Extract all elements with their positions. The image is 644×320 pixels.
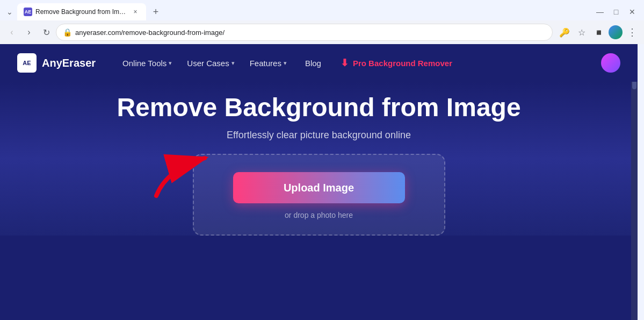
chevron-down-icon: ▾ bbox=[284, 60, 287, 67]
browser-controls: ‹ › ↻ 🔒 anyeraser.com/remove-background-… bbox=[0, 20, 644, 44]
user-avatar[interactable] bbox=[601, 53, 620, 73]
arrow-svg bbox=[151, 147, 215, 201]
logo-icon: AE bbox=[17, 53, 37, 73]
nav-pro-link[interactable]: ⬇ Pro Background Remover bbox=[334, 54, 459, 72]
hero-subtitle: Effortlessly clear picture background on… bbox=[227, 130, 411, 141]
tab-bar: ⌄ AE Remove Background from Ima… × + — □… bbox=[0, 0, 644, 20]
chevron-down-icon: ▾ bbox=[169, 60, 172, 67]
upload-box: Upload Image or drop a photo here bbox=[193, 154, 445, 236]
forward-button[interactable]: › bbox=[21, 25, 37, 40]
profile-avatar[interactable] bbox=[609, 25, 623, 39]
refresh-button[interactable]: ↻ bbox=[39, 25, 54, 40]
tab-list-button[interactable]: ⌄ bbox=[4, 6, 15, 17]
scrollbar-track bbox=[631, 44, 638, 320]
browser-actions: 🔑 ☆ ◾ ⋮ bbox=[557, 25, 640, 40]
minimize-button[interactable]: — bbox=[592, 4, 607, 19]
address-bar[interactable]: 🔒 anyeraser.com/remove-background-from-i… bbox=[56, 24, 553, 41]
tab-title: Remove Background from Ima… bbox=[35, 8, 128, 16]
arrow-indicator bbox=[151, 147, 215, 203]
browser-chrome: ⌄ AE Remove Background from Ima… × + — □… bbox=[0, 0, 644, 44]
site-nav: AE AnyEraser Online Tools ▾ User Cases ▾… bbox=[0, 44, 638, 82]
nav-links: Online Tools ▾ User Cases ▾ Features ▾ B… bbox=[117, 54, 595, 72]
nav-user-cases[interactable]: User Cases ▾ bbox=[182, 55, 240, 71]
page-content: AE AnyEraser Online Tools ▾ User Cases ▾… bbox=[0, 44, 638, 320]
active-tab[interactable]: AE Remove Background from Ima… × bbox=[17, 3, 146, 20]
tab-favicon: AE bbox=[24, 8, 32, 16]
new-tab-button[interactable]: + bbox=[148, 4, 163, 19]
bookmark-button[interactable]: ☆ bbox=[574, 25, 589, 40]
nav-features[interactable]: Features ▾ bbox=[244, 55, 292, 71]
upload-image-button[interactable]: Upload Image bbox=[233, 172, 405, 203]
nav-blog[interactable]: Blog bbox=[296, 55, 330, 71]
logo-link[interactable]: AE AnyEraser bbox=[17, 53, 96, 73]
nav-online-tools[interactable]: Online Tools ▾ bbox=[117, 55, 177, 71]
lock-icon: 🔒 bbox=[63, 28, 72, 37]
drop-text: or drop a photo here bbox=[285, 211, 353, 219]
hero-section: Remove Background from Image Effortlessl… bbox=[0, 82, 638, 236]
hero-title: Remove Background from Image bbox=[117, 93, 520, 122]
menu-button[interactable]: ⋮ bbox=[625, 25, 640, 40]
chevron-down-icon: ▾ bbox=[231, 60, 235, 67]
close-window-button[interactable]: ✕ bbox=[625, 4, 640, 19]
maximize-button[interactable]: □ bbox=[609, 4, 624, 19]
address-text: anyeraser.com/remove-background-from-ima… bbox=[75, 29, 546, 37]
brand-name: AnyEraser bbox=[42, 57, 96, 69]
tab-close-button[interactable]: × bbox=[131, 8, 140, 16]
back-button[interactable]: ‹ bbox=[4, 25, 19, 40]
key-icon-button[interactable]: 🔑 bbox=[557, 25, 572, 40]
download-icon: ⬇ bbox=[341, 57, 349, 69]
extensions-button[interactable]: ◾ bbox=[591, 25, 606, 40]
